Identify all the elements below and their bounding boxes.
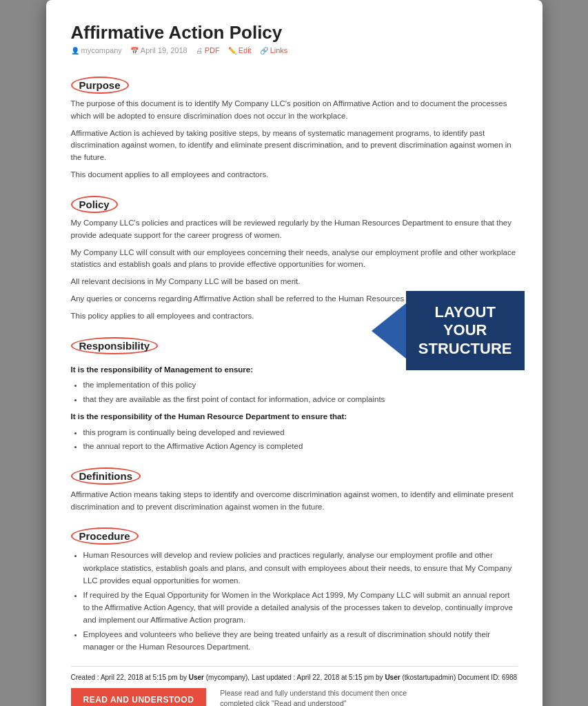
- read-note-text: Please read and fully understand this do…: [220, 688, 440, 707]
- responsibility-mgmt-list: the implementation of this policy that t…: [83, 379, 443, 405]
- edit-icon: [228, 47, 236, 54]
- callout-box: LAYOUT YOUR STRUCTURE: [406, 291, 525, 370]
- list-item: Human Resources will develop and review …: [83, 549, 518, 587]
- read-understood-button[interactable]: READ AND UNDERSTOOD: [71, 688, 207, 707]
- document-footer: Created : April 22, 2018 at 5:15 pm by U…: [71, 666, 518, 707]
- document-meta: mycompany April 19, 2018 PDF Edit Links: [71, 46, 518, 54]
- responsibility-heading: Responsibility: [71, 337, 159, 354]
- section-definitions: Definitions Affirmative Action means tak…: [71, 458, 518, 514]
- document-page: Affirmative Action Policy mycompany Apri…: [46, 0, 543, 706]
- procedure-list: Human Resources will develop and review …: [83, 549, 518, 653]
- policy-para-1: My Company LLC's policies and practices …: [71, 217, 518, 242]
- purpose-para-3: This document applies to all employees a…: [71, 169, 518, 181]
- definitions-heading: Definitions: [71, 467, 141, 485]
- meta-pdf[interactable]: PDF: [196, 46, 220, 54]
- list-item: If required by the Equal Opportunity for…: [83, 589, 518, 627]
- content-area: Affirmative Action Policy mycompany Apri…: [71, 22, 518, 706]
- list-item: that they are available as the first poi…: [83, 393, 443, 405]
- procedure-heading: Procedure: [71, 527, 139, 545]
- policy-para-3: All relevant decisions in My Company LLC…: [71, 276, 518, 288]
- links-icon: [260, 47, 268, 54]
- responsibility-hr-list: this program is continually being develo…: [83, 426, 443, 453]
- meta-date: April 19, 2018: [130, 46, 187, 54]
- created-user: User (mycompany),: [189, 674, 252, 681]
- policy-para-2: My Company LLC will consult with our emp…: [71, 247, 518, 272]
- meta-edit[interactable]: Edit: [228, 46, 252, 54]
- purpose-para-2: Affirmative Action is achieved by taking…: [71, 128, 518, 164]
- responsibility-hr-heading: It is the responsibility of the Human Re…: [71, 411, 443, 423]
- updated-user: User (tkostartupadmin): [385, 674, 458, 681]
- list-item: Employees and volunteers who believe the…: [83, 628, 518, 654]
- purpose-heading: Purpose: [71, 77, 129, 94]
- document-title: Affirmative Action Policy: [71, 22, 518, 43]
- print-icon: [196, 47, 203, 54]
- person-icon: [71, 47, 79, 54]
- purpose-para-1: The purpose of this document is to ident…: [71, 98, 518, 123]
- footer-actions: READ AND UNDERSTOOD Please read and full…: [71, 688, 518, 707]
- section-procedure: Procedure Human Resources will develop a…: [71, 518, 518, 653]
- layout-callout: LAYOUT YOUR STRUCTURE: [372, 291, 525, 370]
- footer-meta-line: Created : April 22, 2018 at 5:15 pm by U…: [71, 674, 518, 681]
- policy-heading: Policy: [71, 196, 118, 213]
- meta-author: mycompany: [71, 46, 122, 54]
- callout-arrow: [372, 303, 406, 359]
- definitions-para-1: Affirmative Action means taking steps to…: [71, 489, 518, 514]
- meta-links[interactable]: Links: [260, 46, 288, 54]
- list-item: this program is continually being develo…: [83, 426, 443, 438]
- section-purpose: Purpose The purpose of this document is …: [71, 67, 518, 181]
- list-item: the annual report to the Affirmative Act…: [83, 440, 443, 452]
- calendar-icon: [130, 47, 139, 54]
- list-item: the implementation of this policy: [83, 379, 443, 391]
